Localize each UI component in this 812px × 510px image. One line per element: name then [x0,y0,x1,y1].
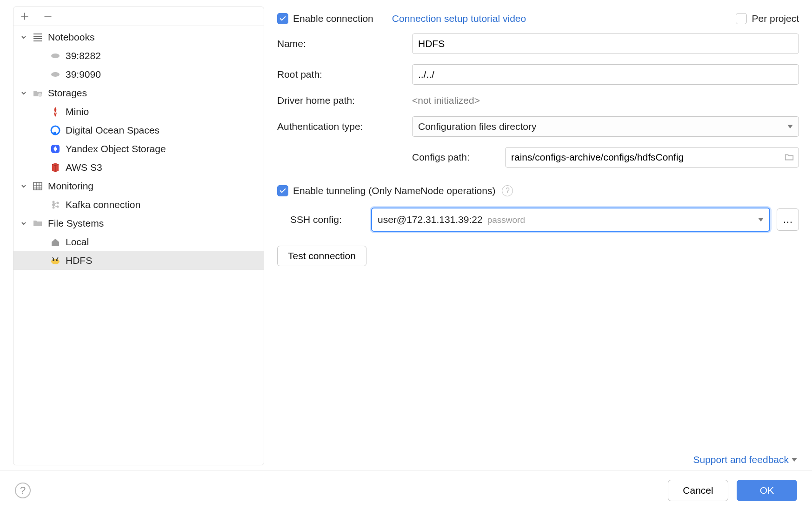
svg-point-13 [56,259,58,261]
tree-group[interactable]: Storages [13,84,264,102]
tree-group-label: File Systems [48,218,104,229]
tree-group-label: Storages [48,87,87,99]
driver-home-value: <not initialized> [412,95,480,106]
chevron-down-icon [792,458,797,462]
folder-icon [32,218,43,229]
aws-s3-icon [50,162,61,173]
yandex-icon [50,143,61,154]
help-icon[interactable]: ? [15,483,31,498]
browse-folder-icon[interactable] [780,148,799,167]
checkbox-box [277,13,288,24]
auth-type-select[interactable]: Configuration files directory [412,116,799,137]
enable-connection-checkbox[interactable]: Enable connection [277,13,373,24]
tree-group[interactable]: Notebooks [13,28,264,47]
tree-item-label: 39:9090 [66,69,101,80]
svg-point-12 [53,259,54,261]
tree-group-label: Notebooks [48,32,94,43]
tree-item-label: HDFS [66,255,92,266]
hadoop-icon [50,255,61,266]
chevron-down-icon [20,89,27,97]
zeppelin-icon [50,50,61,61]
configs-path-field [505,147,799,168]
sidebar: Notebooks39:828239:9090StoragesMinioDigi… [13,7,264,465]
root-path-input[interactable] [412,64,799,85]
svg-point-9 [57,202,59,204]
tree-group[interactable]: Monitoring [13,177,264,195]
name-label: Name: [277,38,412,49]
svg-point-11 [51,259,60,264]
tree-item[interactable]: 39:8282 [13,47,264,65]
lines-icon [32,32,43,43]
checkbox-box [736,13,747,24]
svg-point-1 [51,72,60,77]
grid-icon [32,181,43,192]
svg-point-2 [38,93,42,97]
tree-item[interactable]: 39:9090 [13,65,264,84]
dialog-footer: ? Cancel OK [0,470,812,510]
main-form: Enable connection Connection setup tutor… [277,7,799,465]
ssh-config-value: user@172.31.131.39:22 [378,214,483,225]
configs-path-input[interactable] [506,148,780,167]
connection-tree[interactable]: Notebooks39:828239:9090StoragesMinioDigi… [13,26,264,465]
enable-connection-label: Enable connection [293,13,373,24]
enable-tunneling-label: Enable tunneling (Only NameNode operatio… [293,185,495,196]
test-connection-button[interactable]: Test connection [277,246,366,266]
tree-item-label: Minio [66,106,89,117]
auth-type-label: Authentication type: [277,121,412,132]
minio-icon [50,106,61,117]
tree-item[interactable]: Yandex Object Storage [13,140,264,158]
tree-item-label: Digital Ocean Spaces [66,125,160,136]
home-icon [50,236,61,248]
configs-path-label: Configs path: [412,152,505,163]
per-project-label: Per project [752,13,799,24]
svg-rect-4 [53,132,56,134]
chevron-down-icon [20,34,27,41]
digitalocean-icon [50,125,61,136]
tutorial-link[interactable]: Connection setup tutorial video [392,13,526,24]
support-feedback-link[interactable]: Support and feedback [693,454,798,465]
ssh-config-label: SSH config: [290,214,365,225]
chevron-down-icon [787,125,793,128]
tree-group[interactable]: File Systems [13,214,264,233]
ssh-config-select[interactable]: user@172.31.131.39:22 password [371,208,770,232]
add-button[interactable] [18,10,31,23]
sidebar-toolbar [13,7,264,26]
chevron-down-icon [20,182,27,190]
svg-point-0 [51,54,60,58]
cancel-button[interactable]: Cancel [668,480,728,501]
chevron-down-icon [758,218,764,221]
per-project-checkbox[interactable]: Per project [736,13,799,24]
tree-group-label: Monitoring [48,181,93,192]
ok-button[interactable]: OK [737,480,797,501]
tree-item[interactable]: Kafka connection [13,195,264,214]
folder-cloud-icon [32,87,43,99]
svg-point-10 [57,206,59,208]
zeppelin-icon [50,69,61,80]
chevron-down-icon [20,220,27,227]
support-feedback-label: Support and feedback [693,454,789,465]
tree-item-label: Local [66,236,89,248]
kafka-icon [50,199,61,210]
tree-item-label: 39:8282 [66,50,101,61]
tree-item[interactable]: AWS S3 [13,158,264,177]
ssh-config-edit-button[interactable]: … [777,208,799,231]
tree-item[interactable]: Local [13,233,264,251]
ssh-config-hint: password [487,215,525,225]
tree-item[interactable]: HDFS [13,251,264,270]
enable-tunneling-checkbox[interactable]: Enable tunneling (Only NameNode operatio… [277,185,495,196]
tree-item-label: Kafka connection [66,199,140,210]
remove-button[interactable] [41,10,54,23]
root-path-label: Root path: [277,69,412,80]
tree-item-label: Yandex Object Storage [66,143,166,154]
auth-type-value: Configuration files directory [418,121,536,132]
tree-item[interactable]: Minio [13,102,264,121]
checkbox-box [277,185,288,196]
tree-item-label: AWS S3 [66,162,102,173]
name-input[interactable] [412,34,799,54]
driver-home-label: Driver home path: [277,95,412,106]
help-icon[interactable]: ? [502,185,513,196]
tree-item[interactable]: Digital Ocean Spaces [13,121,264,140]
